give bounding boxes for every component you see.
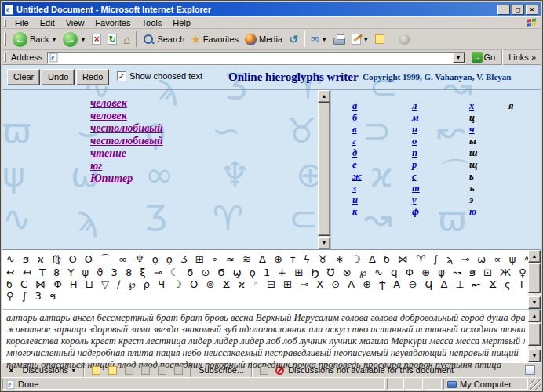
links-button[interactable]: Links » (505, 53, 539, 62)
text-line: королевства король крест крест лестница … (6, 336, 525, 347)
menu-edit[interactable]: Edit (35, 17, 60, 28)
alphabet-letter-link[interactable]: к (352, 206, 362, 218)
toolbar-grip[interactable] (4, 53, 6, 63)
close-button[interactable]: × (526, 5, 538, 15)
alphabet-letter-link[interactable]: о (412, 136, 420, 147)
disabled-tool-icon (260, 366, 268, 375)
undo-button[interactable]: Undo (42, 69, 75, 85)
alphabet-letter-link[interactable]: ж (352, 171, 362, 183)
back-dropdown-icon[interactable]: ▼ (51, 37, 56, 42)
word-link[interactable]: честолюбивый (90, 122, 163, 135)
alphabet-letter-link[interactable]: д (352, 147, 362, 159)
status-bar: Done My Computer (2, 377, 541, 390)
scroll-up-button[interactable]: ▲ (528, 310, 541, 322)
address-dropdown-button[interactable]: ▼ (453, 53, 465, 63)
toolbar-grip[interactable] (4, 32, 6, 47)
alphabet-letter-link[interactable]: ч (469, 124, 477, 136)
maximize-button[interactable]: □ (512, 5, 524, 15)
word-link[interactable]: человек (90, 110, 127, 122)
menu-tools[interactable]: Tools (137, 17, 168, 28)
alphabet-letter-link[interactable]: г (352, 136, 362, 147)
menu-file[interactable]: File (9, 17, 35, 28)
show-choosed-text-checkbox[interactable]: ✓ (117, 71, 126, 81)
text-scrollbar[interactable]: ▲ ▼ (528, 310, 541, 362)
messenger-button[interactable] (388, 30, 414, 49)
discussion-note-disabled-icon (141, 366, 150, 375)
menu-favorites[interactable]: Favorites (89, 17, 136, 28)
forward-dropdown-icon[interactable]: ▼ (80, 37, 86, 42)
address-input[interactable] (58, 53, 452, 62)
alphabet-letter: ь (469, 171, 477, 183)
menu-view[interactable]: View (60, 17, 90, 28)
toolbar-grip[interactable] (4, 19, 6, 27)
print-button[interactable] (330, 30, 348, 49)
edit-button[interactable]: ▼ (348, 30, 372, 49)
alphabet-letter-link[interactable]: в (352, 124, 362, 136)
alphabet-letter-link[interactable]: н (412, 124, 420, 136)
done-page-icon (7, 379, 15, 389)
minimize-button[interactable]: _ (497, 5, 510, 15)
favorites-button[interactable]: ★ Favorites (188, 30, 242, 49)
scrollbar-thumb[interactable] (528, 263, 541, 293)
alphabet-letter-link[interactable]: и (352, 194, 362, 206)
scroll-up-button[interactable]: ▲ (528, 250, 541, 263)
redo-button[interactable]: Redo (76, 69, 109, 85)
history-button[interactable]: ↺ (286, 30, 301, 49)
menu-help[interactable]: Help (167, 17, 196, 28)
home-button[interactable]: ⌂ (120, 30, 133, 49)
links-chevron-icon: » (531, 53, 536, 62)
alphabet-letter-link[interactable]: т (412, 183, 420, 194)
word-link[interactable]: Юпитер (90, 172, 133, 185)
scrollbar-thumb[interactable] (318, 103, 330, 236)
back-button[interactable]: ← Back ▼ (9, 30, 60, 49)
words-scrollbar[interactable]: ▲ ▼ (318, 90, 330, 249)
alphabet-letter-link[interactable]: ф (412, 206, 420, 218)
alphabet-letter-link[interactable]: х (469, 100, 477, 112)
alphabet-column-4: я (508, 100, 513, 112)
word-link[interactable]: человек (90, 97, 127, 110)
scroll-down-button[interactable]: ▼ (528, 296, 541, 309)
scroll-down-button[interactable]: ▼ (318, 237, 330, 249)
go-button[interactable]: → Go (468, 51, 500, 64)
alphabet-letter-link[interactable]: ю (469, 206, 477, 218)
media-button[interactable]: Media (242, 30, 286, 49)
hieroglyphs-frame: ∿ ϧ ϰ ♍ Ʊ Ʊ ⌒ ∞ ♆ ϙ ϙ Ʒ ⊞ ∘ ≈ ≋ Δ ⊕ † ϟ … (2, 249, 541, 309)
alphabet-letter: я (508, 100, 513, 112)
stop-button[interactable]: × (89, 30, 104, 49)
alphabet-letter: ц (469, 112, 477, 124)
scrollbar-thumb[interactable] (528, 323, 541, 346)
refresh-button[interactable]: ↻ (104, 30, 120, 49)
hieroglyph-row: ∿ ϧ ϰ ♍ Ʊ Ʊ ⌒ ∞ ♆ ϙ ϙ Ʒ ⊞ ∘ ≈ ≋ Δ ⊕ † ϟ … (6, 252, 525, 267)
scroll-up-button[interactable]: ▲ (318, 90, 330, 103)
alphabet-letter-link[interactable]: л (412, 100, 420, 112)
address-field[interactable]: ▼ (47, 52, 465, 64)
forward-button[interactable]: → ▼ (60, 30, 89, 49)
alphabet-letter-link[interactable]: п (412, 147, 420, 159)
back-label: Back (30, 34, 49, 44)
edit-dropdown-icon[interactable]: ▼ (363, 37, 369, 42)
mail-button[interactable]: ✉ ▼ (308, 30, 330, 49)
alphabet-letter-link[interactable]: б (352, 112, 362, 124)
scroll-down-button[interactable]: ▼ (528, 350, 541, 362)
stop-icon: × (92, 34, 101, 45)
hieroglyphs-scrollbar[interactable]: ▲ ▼ (528, 250, 541, 309)
word-link[interactable]: честолюбивый (90, 135, 163, 147)
discuss-button[interactable] (372, 30, 388, 49)
status-text: Done (18, 379, 38, 389)
mail-dropdown-icon[interactable]: ▼ (322, 37, 327, 42)
alphabet-letter-link[interactable]: м (412, 112, 420, 124)
word-link[interactable]: чтение (90, 147, 126, 160)
clear-button[interactable]: Clear (7, 69, 40, 85)
word-link[interactable]: юг (90, 160, 102, 172)
alphabet-letter-link[interactable]: с (412, 171, 420, 183)
standard-buttons-toolbar: ← Back ▼ → ▼ × ↻ ⌂ Search ★ Favorites Me… (2, 29, 541, 50)
window-resize-grip[interactable] (530, 379, 541, 390)
alphabet-letter-link[interactable]: р (412, 159, 420, 171)
status-pane-empty (387, 379, 404, 390)
page-header-band: Clear Undo Redo ✓ Show choosed text Onli… (2, 65, 541, 89)
alphabet-letter-link[interactable]: а (352, 100, 362, 112)
alphabet-letter-link[interactable]: з (352, 183, 362, 194)
search-button[interactable]: Search (140, 30, 188, 49)
alphabet-letter-link[interactable]: у (412, 194, 420, 206)
alphabet-letter-link[interactable]: е (352, 159, 362, 171)
